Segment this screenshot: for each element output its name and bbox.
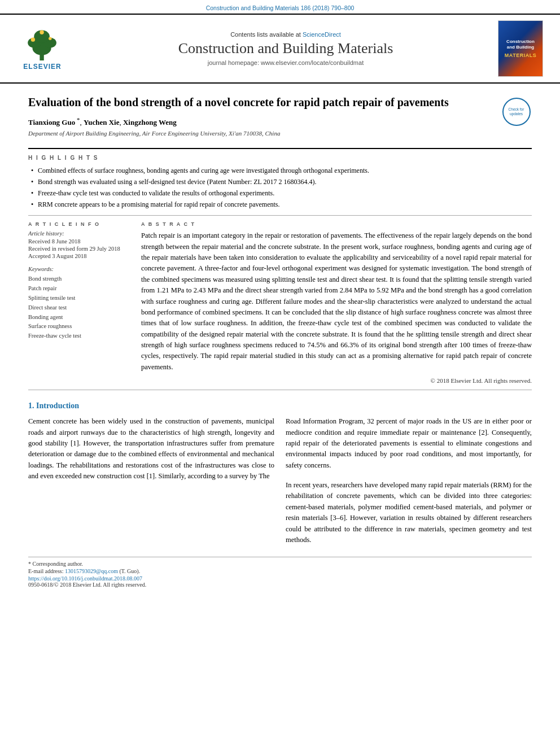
abstract-divider [28, 390, 532, 390]
article-history-label: Article history: [28, 230, 130, 237]
keyword-freeze-thaw: Freeze-thaw cycle test [28, 331, 130, 341]
journal-ref-text: Construction and Building Materials 186 … [206, 5, 355, 11]
revised-date: Received in revised form 29 July 2018 [28, 246, 130, 252]
introduction-section: 1. Introduction Cement concrete has been… [28, 401, 532, 545]
check-updates-line2: updates [510, 112, 523, 116]
highlights-heading: H I G H L I G H T S [28, 155, 532, 161]
keyword-patch-repair: Patch repair [28, 284, 130, 294]
journal-header: ELSEVIER Contents lists available at Sci… [0, 14, 560, 84]
intro-col-right: Road Information Program, 32 percent of … [286, 416, 532, 545]
check-updates-badge: Check for updates [502, 98, 531, 126]
highlights-section: H I G H L I G H T S Combined effects of … [28, 155, 532, 209]
sciencedirect-link[interactable]: ScienceDirect [303, 31, 341, 38]
highlight-item-2: Bond strength was evaluated using a self… [31, 177, 532, 187]
keywords-section: Keywords: Bond strength Patch repair Spl… [28, 266, 130, 341]
highlights-divider [28, 215, 532, 216]
contents-available-line: Contents lists available at ScienceDirec… [79, 31, 492, 38]
highlight-item-4: RRM concrete appears to be a promising m… [31, 199, 532, 209]
cover-materials: MATERIALS [505, 53, 536, 58]
svg-point-7 [40, 30, 43, 34]
journal-cover-image: Construction and Building MATERIALS [498, 20, 543, 77]
article-info-abstract-section: A R T I C L E I N F O Article history: R… [28, 221, 532, 384]
corresponding-text: * Corresponding author. [28, 561, 83, 567]
author-yuchen: Yuchen Xie [84, 118, 119, 126]
abstract-text: Patch repair is an important category in… [141, 230, 532, 373]
homepage-line: journal homepage: www.elsevier.com/locat… [79, 59, 492, 66]
main-content: Evaluation of the bond strength of a nov… [0, 84, 560, 599]
highlight-item-3: Freeze-thaw cycle test was conducted to … [31, 188, 532, 198]
journal-header-center: Contents lists available at ScienceDirec… [79, 31, 492, 66]
svg-point-6 [49, 37, 52, 40]
email-name: (T. Guo). [119, 568, 140, 574]
issn-line: 0950-0618/© 2018 Elsevier Ltd. All right… [28, 582, 532, 588]
abstract-heading: A B S T R A C T [141, 221, 532, 227]
corresponding-note: * Corresponding author. [28, 561, 532, 567]
email-label: E-mail address: [28, 568, 63, 574]
accepted-date: Accepted 3 August 2018 [28, 253, 130, 259]
intro-heading: 1. Introduction [28, 401, 532, 410]
title-divider [28, 148, 532, 149]
copyright-line: © 2018 Elsevier Ltd. All rights reserved… [141, 377, 532, 384]
intro-text-right-2: In recent years, researchers have develo… [286, 480, 532, 545]
highlights-list: Combined effects of surface roughness, b… [31, 165, 532, 209]
elsevier-tree-icon [20, 27, 65, 61]
check-updates-badge-area: Check for updates [501, 98, 532, 142]
article-info-heading: A R T I C L E I N F O [28, 221, 130, 227]
journal-title: Construction and Building Materials [79, 40, 492, 57]
footer-section: * Corresponding author. E-mail address: … [28, 557, 532, 588]
author-xingzhong: Xingzhong Weng [123, 118, 177, 126]
article-title-section: Evaluation of the bond strength of a nov… [28, 95, 532, 142]
article-info-column: A R T I C L E I N F O Article history: R… [28, 221, 130, 384]
intro-text-left: Cement concrete has been widely used in … [28, 416, 274, 482]
elsevier-text: ELSEVIER [23, 63, 61, 71]
elsevier-logo-area: ELSEVIER [11, 27, 73, 71]
cover-title: Construction and Building [502, 39, 539, 51]
keyword-bonding-agent: Bonding agent [28, 313, 130, 322]
keyword-direct-shear: Direct shear test [28, 303, 130, 313]
svg-point-5 [31, 37, 35, 41]
author-tianxiong: Tianxiong Guo [28, 118, 75, 126]
journal-cover-area: Construction and Building MATERIALS [498, 20, 549, 77]
email-line: E-mail address: 13015793029@qq.com (T. G… [28, 568, 532, 574]
intro-text-right: Road Information Program, 32 percent of … [286, 416, 532, 471]
journal-reference: Construction and Building Materials 186 … [0, 0, 560, 14]
highlight-item-1: Combined effects of surface roughness, b… [31, 165, 532, 176]
keyword-bond-strength: Bond strength [28, 274, 130, 284]
keyword-surface-roughness: Surface roughness [28, 322, 130, 331]
intro-text-columns: Cement concrete has been widely used in … [28, 416, 532, 545]
doi-link[interactable]: https://doi.org/10.1016/j.conbuildmat.20… [28, 575, 532, 582]
contents-text: Contents lists available at [230, 31, 301, 38]
intro-col-left: Cement concrete has been widely used in … [28, 416, 274, 545]
elsevier-logo: ELSEVIER [11, 27, 73, 71]
article-title-text: Evaluation of the bond strength of a nov… [28, 95, 492, 142]
abstract-column: A B S T R A C T Patch repair is an impor… [141, 221, 532, 384]
check-updates-line1: Check for [509, 107, 524, 112]
keywords-label: Keywords: [28, 266, 130, 272]
keyword-splitting: Splitting tensile test [28, 294, 130, 303]
email-address[interactable]: 13015793029@qq.com [65, 568, 118, 574]
received-date: Received 8 June 2018 [28, 238, 130, 244]
article-authors: Tianxiong Guo *, Yuchen Xie, Xingzhong W… [28, 116, 492, 127]
article-main-title: Evaluation of the bond strength of a nov… [28, 95, 492, 110]
article-affiliation: Department of Airport Building Engineeri… [28, 130, 492, 137]
